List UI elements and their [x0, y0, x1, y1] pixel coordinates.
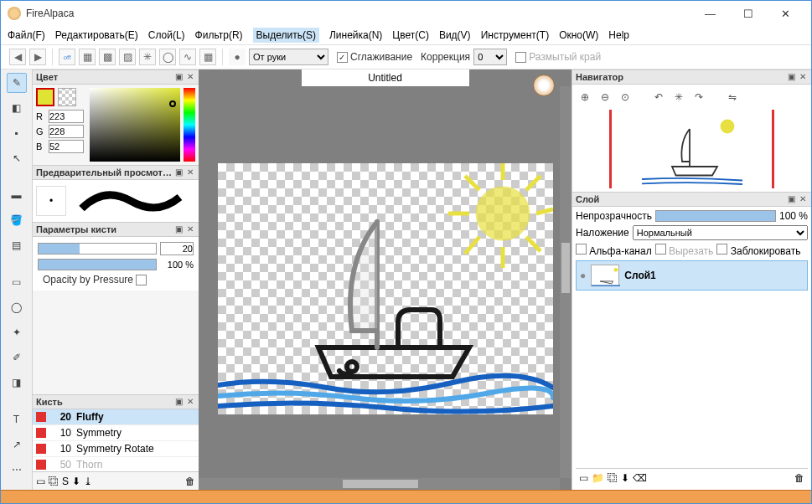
menu-filter[interactable]: Фильтр(R) — [195, 29, 243, 41]
layer-header[interactable]: Слой ▣ ✕ — [572, 192, 811, 207]
script-brush-icon[interactable]: S — [62, 476, 69, 487]
brush-item[interactable]: 10 Symmetry Rotate — [33, 441, 199, 457]
fill-tool[interactable]: ▬ — [7, 185, 27, 205]
rotate-right-icon[interactable]: ↷ — [691, 90, 706, 105]
layer-item[interactable]: ● Слой1 — [576, 260, 808, 291]
undock-icon[interactable]: ▣ — [786, 194, 796, 204]
snap-cross-button[interactable]: ▩ — [99, 49, 116, 65]
close-panel-icon[interactable]: ✕ — [798, 72, 808, 82]
zoom-out-icon[interactable]: ⊖ — [597, 90, 613, 105]
hand-tool[interactable]: ⋯ — [7, 460, 27, 480]
snap-grid-button[interactable]: ▦ — [199, 49, 216, 65]
primary-color-swatch[interactable] — [36, 88, 54, 106]
close-panel-icon[interactable]: ✕ — [185, 397, 195, 407]
close-panel-icon[interactable]: ✕ — [185, 167, 195, 177]
brush-list[interactable]: 20 Fluffy 10 Symmetry 10 Symmetry Rotate… — [33, 409, 199, 471]
magic-wand-tool[interactable]: ✦ — [7, 322, 27, 342]
undock-icon[interactable]: ▣ — [173, 167, 184, 177]
new-folder-icon[interactable]: 📁 — [592, 472, 604, 484]
layer-opacity-slider[interactable] — [655, 210, 776, 222]
select-pen-tool[interactable]: ✐ — [7, 347, 27, 368]
nav-back-button[interactable]: ◀ — [9, 49, 26, 65]
brush-tool[interactable]: ✎ — [7, 73, 27, 93]
canvas[interactable] — [218, 163, 553, 414]
zoom-in-icon[interactable]: ⊕ — [577, 90, 592, 105]
vertical-scrollbar[interactable] — [560, 86, 572, 478]
minimize-button[interactable]: — — [691, 2, 729, 25]
alpha-checkbox[interactable]: Альфа-канал — [576, 244, 652, 257]
new-brush-icon[interactable]: ▭ — [36, 476, 45, 487]
duplicate-brush-icon[interactable]: ⿻ — [49, 476, 59, 487]
smoothing-checkbox[interactable]: Сглаживание — [337, 51, 412, 63]
select-eraser-tool[interactable]: ◨ — [7, 373, 27, 393]
brush-params-header[interactable]: Параметры кисти ▣ ✕ — [33, 222, 199, 237]
download-brush-icon[interactable]: ⤓ — [84, 476, 92, 487]
opacity-pressure-checkbox[interactable]: Opacity by Pressure — [43, 274, 194, 285]
blend-mode-select[interactable]: Нормальный — [633, 225, 808, 240]
undock-icon[interactable]: ▣ — [173, 72, 184, 82]
menu-select[interactable]: Выделить(S) — [253, 28, 319, 43]
dot-tool[interactable]: ▪ — [7, 123, 27, 143]
dot-button[interactable]: ● — [229, 49, 246, 65]
brush-opacity-slider[interactable] — [38, 259, 157, 270]
merge-down-icon[interactable]: ⬇ — [621, 472, 629, 484]
clear-layer-icon[interactable]: ⌫ — [633, 472, 647, 484]
undock-icon[interactable]: ▣ — [173, 224, 184, 234]
delete-layer-icon[interactable]: 🗑 — [794, 472, 804, 484]
undock-icon[interactable]: ▣ — [786, 72, 796, 82]
blur-edge-checkbox[interactable]: Размытый край — [515, 51, 601, 63]
preview-panel-header[interactable]: Предварительный просмотр... ▣ ✕ — [33, 165, 199, 180]
menu-window[interactable]: Окно(W) — [559, 29, 598, 41]
navigator-header[interactable]: Навигатор ▣ ✕ — [572, 69, 811, 85]
maximize-button[interactable]: ☐ — [729, 2, 767, 25]
close-panel-icon[interactable]: ✕ — [798, 194, 808, 204]
text-tool[interactable]: T — [7, 409, 27, 429]
g-input[interactable] — [49, 125, 84, 138]
flip-icon[interactable]: ⇋ — [725, 90, 740, 105]
stroke-mode-select[interactable]: От руки — [249, 49, 328, 65]
menu-layer[interactable]: Слой(L) — [148, 29, 185, 41]
rotate-reset-icon[interactable]: ✳ — [671, 90, 686, 105]
brush-list-header[interactable]: Кисть ▣ ✕ — [33, 394, 199, 409]
brush-item[interactable]: 10 Symmetry — [33, 425, 199, 441]
select-lasso-tool[interactable]: ◯ — [7, 297, 27, 317]
snap-curve-button[interactable]: ∿ — [179, 49, 196, 65]
menu-view[interactable]: Вид(V) — [439, 29, 471, 41]
menu-edit[interactable]: Редактировать(E) — [55, 29, 138, 41]
color-picker[interactable] — [90, 88, 180, 162]
brush-item[interactable]: 50 Thorn — [33, 457, 199, 471]
nav-fwd-button[interactable]: ▶ — [29, 49, 46, 65]
select-rect-tool[interactable]: ▭ — [7, 272, 27, 292]
snap-circle-button[interactable]: ◯ — [159, 49, 176, 65]
bucket-tool[interactable]: 🪣 — [7, 210, 27, 230]
menu-file[interactable]: Файл(F) — [8, 29, 45, 41]
delete-brush-icon[interactable]: 🗑 — [185, 476, 195, 487]
zoom-fit-icon[interactable]: ⊙ — [618, 90, 633, 105]
snap-radial-button[interactable]: ✳ — [139, 49, 156, 65]
canvas-viewport[interactable] — [199, 88, 572, 490]
snap-off-button[interactable]: off — [59, 49, 75, 65]
brush-item[interactable]: 20 Fluffy — [33, 409, 199, 425]
lock-checkbox[interactable]: Заблокировать — [716, 244, 800, 257]
secondary-color-swatch[interactable] — [58, 88, 76, 106]
menu-tool[interactable]: Инструмент(T) — [481, 29, 550, 41]
undock-icon[interactable]: ▣ — [173, 397, 184, 407]
r-input[interactable] — [49, 110, 84, 123]
menu-help[interactable]: Help — [608, 29, 629, 41]
navigator-preview[interactable] — [609, 110, 774, 188]
color-panel-header[interactable]: Цвет ▣ ✕ — [33, 69, 199, 85]
gradient-tool[interactable]: ▤ — [7, 235, 27, 255]
brush-size-slider[interactable] — [38, 243, 157, 255]
brush-size-input[interactable] — [160, 242, 194, 255]
new-layer-icon[interactable]: ▭ — [579, 472, 588, 484]
menu-color[interactable]: Цвет(C) — [392, 29, 429, 41]
correction-select[interactable]: 0 — [473, 49, 507, 65]
eraser-tool[interactable]: ◧ — [7, 98, 27, 118]
close-panel-icon[interactable]: ✕ — [185, 72, 195, 82]
move-tool[interactable]: ↖ — [7, 148, 27, 168]
b-input[interactable] — [49, 140, 84, 153]
hue-slider[interactable] — [184, 88, 195, 162]
close-panel-icon[interactable]: ✕ — [185, 224, 195, 234]
snap-parallel-button[interactable]: ▦ — [79, 49, 96, 65]
horizontal-scrollbar[interactable] — [199, 478, 560, 490]
